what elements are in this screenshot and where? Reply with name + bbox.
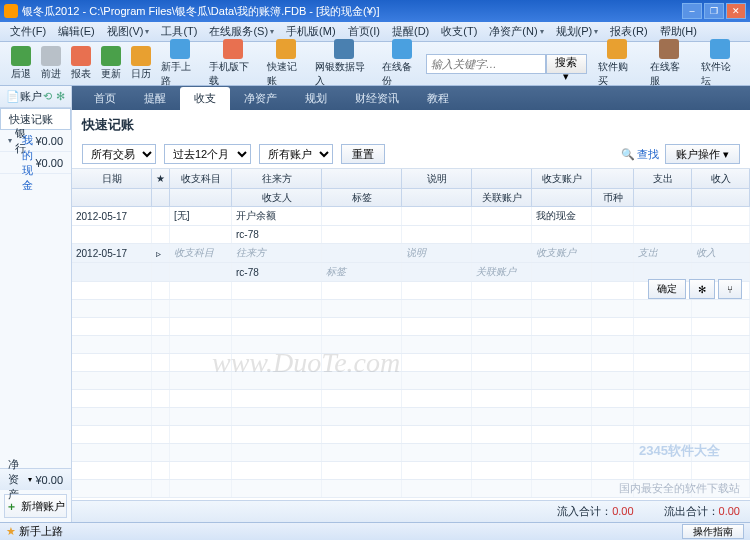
table-row-empty — [72, 300, 750, 318]
nav-tab[interactable]: 财经资讯 — [341, 87, 413, 110]
column-header[interactable]: 往来方 — [232, 169, 322, 188]
find-link[interactable]: 🔍 查找 — [621, 147, 659, 162]
filter-account[interactable]: 所有账户 — [259, 144, 333, 164]
quick-entry-label: 快速记账 — [9, 112, 53, 127]
menu-item[interactable]: 编辑(E) — [52, 22, 101, 41]
cell — [692, 408, 750, 425]
menu-item[interactable]: 视图(V)▾ — [101, 22, 156, 41]
filter-period[interactable]: 过去12个月 — [164, 144, 251, 164]
search-input[interactable] — [426, 54, 546, 74]
cell — [232, 462, 322, 479]
toolbar-button[interactable]: 日历 — [126, 44, 156, 83]
menu-item[interactable]: 净资产(N)▾ — [483, 22, 549, 41]
cell — [592, 336, 634, 353]
cell — [232, 480, 322, 497]
cell — [472, 207, 532, 225]
toolbar-button[interactable]: 前进 — [36, 44, 66, 83]
cell — [532, 336, 592, 353]
filter-transaction-type[interactable]: 所有交易 — [82, 144, 156, 164]
cell[interactable]: 往来方 — [232, 244, 322, 262]
column-header[interactable] — [322, 169, 402, 188]
column-header[interactable]: 收支账户 — [532, 169, 592, 188]
confirm-button[interactable]: 确定 — [648, 279, 686, 299]
search-button[interactable]: 搜索 ▾ — [546, 54, 587, 74]
right-toolbar-button[interactable]: 软件购买 — [593, 37, 641, 90]
nav-tabs: 首页提醒收支净资产规划财经资讯教程 — [72, 86, 750, 110]
cell[interactable]: 收支科目 — [170, 244, 232, 262]
summary-bar: 流入合计：0.00 流出合计：0.00 — [72, 500, 750, 522]
column-header[interactable] — [472, 169, 532, 188]
cell — [532, 444, 592, 461]
column-header[interactable] — [592, 169, 634, 188]
right-toolbar-button[interactable]: 软件论坛 — [696, 37, 744, 90]
menu-item[interactable]: 文件(F) — [4, 22, 52, 41]
chevron-down-icon: ▾ — [540, 27, 544, 36]
cell[interactable]: 说明 — [402, 244, 472, 262]
cell[interactable]: 支出 — [634, 244, 692, 262]
right-toolbar-label: 软件购买 — [598, 60, 636, 88]
column-header[interactable]: 说明 — [402, 169, 472, 188]
net-label: 净资产 — [8, 457, 25, 502]
cell — [634, 462, 692, 479]
toolbar-button[interactable]: 后退 — [6, 44, 36, 83]
right-toolbar-button[interactable]: 在线客服 — [645, 37, 693, 90]
close-button[interactable]: ✕ — [726, 3, 746, 19]
nav-tab[interactable]: 首页 — [80, 87, 130, 110]
table-row[interactable]: rc-78 — [72, 226, 750, 244]
row-actions: 确定 ✻ ⑂ — [648, 279, 742, 299]
status-text[interactable]: 新手上路 — [19, 524, 63, 539]
toolbar-icon — [170, 39, 190, 59]
add-account-button[interactable]: ＋ 新增账户 — [4, 494, 67, 518]
column-header[interactable]: 收入 — [692, 169, 750, 188]
toolbar-button[interactable]: 报表 — [66, 44, 96, 83]
cell[interactable]: 收支账户 — [532, 244, 592, 262]
cell — [232, 282, 322, 299]
cell[interactable]: 关联账户 — [472, 263, 532, 281]
toolbar-button[interactable]: 手机版下载 — [204, 37, 262, 90]
toolbar-button[interactable]: 更新 — [96, 44, 126, 83]
table-row[interactable]: 2012-05-17▹收支科目往来方说明收支账户支出收入 — [72, 244, 750, 263]
column-header[interactable]: 日期 — [72, 169, 152, 188]
toolbar-button[interactable]: 新手上路 — [156, 37, 204, 90]
account-ops-button[interactable]: 账户操作 ▾ — [665, 144, 740, 164]
cell — [152, 336, 170, 353]
sidebar-row-cash[interactable]: 我的现金 ¥0.00 — [0, 152, 71, 174]
row-filter-button[interactable]: ⑂ — [718, 279, 742, 299]
sync-icon[interactable]: ⟲ — [43, 90, 52, 103]
cell[interactable]: 收入 — [692, 244, 750, 262]
cell — [170, 372, 232, 389]
table-row[interactable]: 2012-05-17[无]开户余额我的现金 — [72, 207, 750, 226]
toolbar-button[interactable]: 网银数据导入 — [310, 37, 377, 90]
cell — [532, 318, 592, 335]
nav-tab[interactable]: 净资产 — [230, 87, 291, 110]
nav-tab[interactable]: 规划 — [291, 87, 341, 110]
cell — [232, 318, 322, 335]
table-row-empty — [72, 426, 750, 444]
row-gear-button[interactable]: ✻ — [689, 279, 715, 299]
reset-button[interactable]: 重置 — [341, 144, 385, 164]
nav-tab[interactable]: 提醒 — [130, 87, 180, 110]
sidebar-quick-entry[interactable]: 快速记账 — [0, 108, 71, 130]
net-assets-row[interactable]: 净资产 ▾ ¥0.00 — [0, 468, 71, 490]
column-header: 币种 — [592, 189, 634, 206]
toolbar-icon — [11, 46, 31, 66]
column-header[interactable]: 收支科目 — [170, 169, 232, 188]
cell — [402, 462, 472, 479]
cell — [170, 336, 232, 353]
nav-tab[interactable]: 收支 — [180, 87, 230, 110]
cell[interactable]: 标签 — [322, 263, 402, 281]
nav-tab[interactable]: 教程 — [413, 87, 463, 110]
maximize-button[interactable]: ❐ — [704, 3, 724, 19]
toolbar-button[interactable]: 在线备份 — [377, 37, 425, 90]
column-header[interactable]: 支出 — [634, 169, 692, 188]
cell — [402, 318, 472, 335]
guide-button[interactable]: 操作指南 — [682, 524, 744, 539]
column-header[interactable]: ★ — [152, 169, 170, 188]
table-header-2: 收支人标签关联账户币种 — [72, 189, 750, 207]
cell — [634, 226, 692, 243]
cell — [232, 354, 322, 371]
menu-item[interactable]: 收支(T) — [435, 22, 483, 41]
gear-icon[interactable]: ✻ — [56, 90, 65, 103]
toolbar-button[interactable]: 快速记账 — [262, 37, 310, 90]
minimize-button[interactable]: – — [682, 3, 702, 19]
